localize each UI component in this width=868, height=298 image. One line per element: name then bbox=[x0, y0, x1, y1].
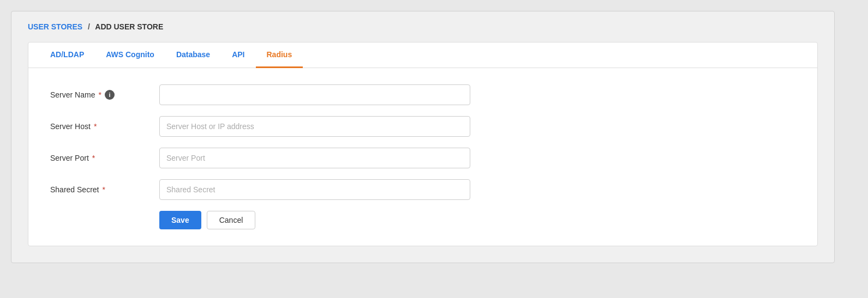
breadcrumb-link[interactable]: USER STORES bbox=[28, 22, 82, 31]
page-container: USER STORES / ADD USER STORE AD/LDAP AWS… bbox=[11, 11, 835, 263]
server-name-label-text: Server Name bbox=[50, 90, 95, 99]
server-host-required: * bbox=[94, 122, 97, 131]
tab-aws-cognito[interactable]: AWS Cognito bbox=[95, 42, 165, 68]
cancel-button[interactable]: Cancel bbox=[207, 211, 256, 229]
tab-database[interactable]: Database bbox=[165, 42, 221, 68]
server-host-input[interactable] bbox=[159, 116, 470, 137]
tab-radius[interactable]: Radius bbox=[256, 42, 303, 68]
server-name-required: * bbox=[98, 90, 101, 99]
tab-api[interactable]: API bbox=[221, 42, 255, 68]
tab-adldap[interactable]: AD/LDAP bbox=[39, 42, 95, 68]
server-name-row: Server Name * i bbox=[50, 84, 795, 105]
breadcrumb-separator: / bbox=[88, 22, 90, 31]
server-name-label: Server Name * i bbox=[50, 90, 159, 100]
shared-secret-label: Shared Secret * bbox=[50, 185, 159, 194]
shared-secret-input[interactable] bbox=[159, 179, 470, 200]
server-host-label-text: Server Host bbox=[50, 122, 91, 131]
main-card: AD/LDAP AWS Cognito Database API Radius … bbox=[28, 42, 818, 246]
button-row: Save Cancel bbox=[50, 211, 795, 229]
server-port-label: Server Port * bbox=[50, 154, 159, 162]
breadcrumb: USER STORES / ADD USER STORE bbox=[28, 22, 818, 31]
save-button[interactable]: Save bbox=[159, 211, 201, 229]
server-port-required: * bbox=[92, 154, 95, 162]
shared-secret-row: Shared Secret * bbox=[50, 179, 795, 200]
breadcrumb-current: ADD USER STORE bbox=[95, 22, 163, 31]
server-name-info-icon[interactable]: i bbox=[105, 90, 115, 100]
server-port-label-text: Server Port bbox=[50, 154, 89, 162]
server-name-input[interactable] bbox=[159, 84, 470, 105]
server-host-label: Server Host * bbox=[50, 122, 159, 131]
shared-secret-required: * bbox=[103, 185, 105, 194]
server-host-row: Server Host * bbox=[50, 116, 795, 137]
server-port-input[interactable] bbox=[159, 148, 470, 168]
tab-bar: AD/LDAP AWS Cognito Database API Radius bbox=[28, 42, 817, 68]
server-port-row: Server Port * bbox=[50, 148, 795, 168]
form-body: Server Name * i Server Host * Server Por… bbox=[28, 68, 817, 246]
shared-secret-label-text: Shared Secret bbox=[50, 185, 99, 194]
